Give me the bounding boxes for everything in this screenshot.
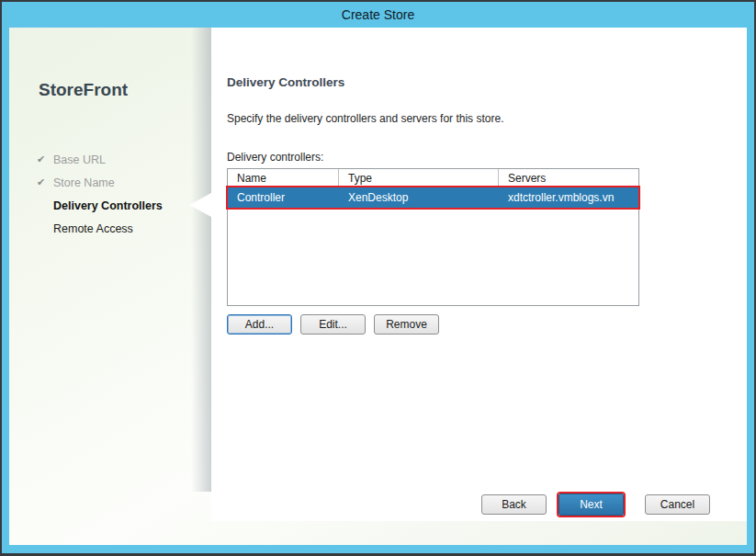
main-inner: Delivery Controllers Specify the deliver… (211, 28, 747, 335)
step-label: Remote Access (53, 222, 133, 235)
next-button[interactable]: Next (559, 494, 624, 516)
delivery-controllers-table: Name Type Servers Controller XenDesktop … (227, 168, 639, 306)
remove-button[interactable]: Remove (374, 314, 439, 335)
current-step-arrow-icon (189, 193, 211, 217)
edit-button[interactable]: Edit... (300, 314, 366, 335)
cancel-button[interactable]: Cancel (645, 494, 710, 515)
cell-servers: xdtctroller.vmblogs.vn (499, 191, 638, 204)
page-description: Specify the delivery controllers and ser… (227, 112, 747, 125)
step-remote-access: ✔ Remote Access (9, 217, 211, 240)
step-base-url: ✔ Base URL (9, 148, 211, 171)
create-store-window: Create Store StoreFront ✔ Base URL ✔ Sto… (0, 0, 756, 556)
add-button[interactable]: Add... (227, 314, 292, 335)
wizard-navigation: Back Next Cancel (481, 494, 710, 516)
check-icon: ✔ (37, 176, 53, 188)
check-icon: ✔ (37, 153, 53, 165)
window-titlebar: Create Store (2, 2, 754, 28)
page-title: Delivery Controllers (227, 75, 747, 89)
step-label: Base URL (53, 153, 106, 166)
step-label: Store Name (53, 176, 115, 189)
back-button[interactable]: Back (481, 494, 547, 515)
cell-name: Controller (228, 191, 339, 204)
wizard-steps: ✔ Base URL ✔ Store Name ✔ Delivery Contr… (9, 148, 211, 240)
table-header: Name Type Servers (228, 169, 638, 187)
delivery-controllers-label: Delivery controllers: (227, 151, 747, 164)
table-action-buttons: Add... Edit... Remove (227, 314, 747, 335)
wizard-panel: StoreFront ✔ Base URL ✔ Store Name ✔ Del… (9, 28, 747, 545)
main-content: Delivery Controllers Specify the deliver… (211, 28, 747, 521)
wizard-sidebar: StoreFront ✔ Base URL ✔ Store Name ✔ Del… (9, 28, 211, 521)
panel-footer (9, 521, 747, 545)
column-header-type[interactable]: Type (339, 169, 499, 187)
step-label: Delivery Controllers (53, 199, 163, 212)
cell-type: XenDesktop (339, 191, 499, 204)
column-header-servers[interactable]: Servers (499, 169, 638, 187)
step-store-name: ✔ Store Name (9, 171, 211, 194)
window-title: Create Store (342, 7, 414, 22)
storefront-logo: StoreFront (39, 80, 128, 100)
table-row-controller[interactable]: Controller XenDesktop xdtctroller.vmblog… (228, 187, 638, 208)
column-header-name[interactable]: Name (228, 169, 339, 187)
step-delivery-controllers: ✔ Delivery Controllers (9, 194, 211, 217)
wizard-body: StoreFront ✔ Base URL ✔ Store Name ✔ Del… (9, 28, 747, 521)
